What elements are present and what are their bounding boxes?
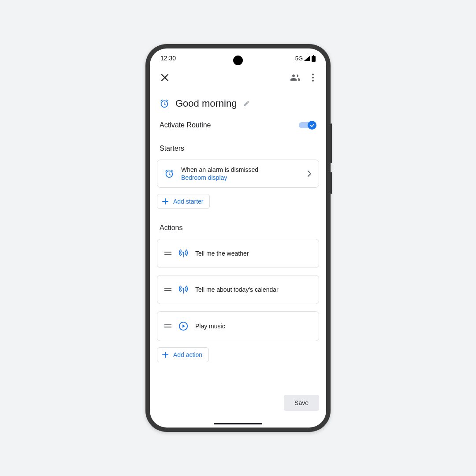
svg-rect-6: [164, 254, 171, 255]
starter-card[interactable]: When an alarm is dismissed Bedroom displ…: [157, 160, 319, 188]
plus-icon: [162, 198, 169, 205]
drag-handle-icon[interactable]: [164, 288, 171, 291]
action-card[interactable]: Tell me about today's calendar: [157, 275, 319, 304]
activate-toggle[interactable]: [299, 121, 316, 130]
alarm-icon: [164, 169, 174, 178]
plus-icon: [162, 351, 169, 358]
svg-rect-0: [312, 56, 316, 62]
power-button: [331, 172, 332, 194]
status-time: 12:30: [160, 55, 176, 62]
battery-icon: [312, 55, 316, 62]
play-icon: [178, 321, 188, 331]
volume-button: [331, 123, 332, 163]
edit-icon[interactable]: [243, 100, 250, 107]
svg-rect-13: [164, 324, 171, 325]
action-card[interactable]: Tell me the weather: [157, 239, 319, 268]
save-button[interactable]: Save: [284, 395, 319, 411]
svg-point-2: [312, 74, 314, 75]
title-row: Good morning: [157, 83, 319, 109]
action-label: Tell me the weather: [195, 250, 249, 257]
nav-indicator: [214, 423, 262, 424]
broadcast-icon: [178, 249, 188, 258]
starter-secondary-text: Bedroom display: [181, 174, 300, 181]
chevron-right-icon: [307, 171, 312, 177]
action-label: Tell me about today's calendar: [195, 286, 279, 293]
phone-screen: 12:30 5G: [150, 48, 326, 428]
status-network: 5G: [295, 55, 303, 62]
svg-rect-9: [164, 288, 171, 289]
alarm-icon: [160, 99, 169, 108]
camera-hole: [233, 56, 243, 65]
status-right: 5G: [295, 55, 316, 62]
action-label: Play music: [195, 323, 225, 330]
overflow-menu-icon[interactable]: [309, 72, 316, 83]
add-starter-label: Add starter: [173, 198, 203, 205]
drag-handle-icon[interactable]: [164, 324, 171, 328]
signal-icon: [304, 55, 311, 61]
svg-rect-10: [164, 290, 171, 291]
people-icon[interactable]: [290, 72, 301, 83]
routine-title: Good morning: [175, 98, 237, 109]
activate-row: Activate Routine: [157, 109, 319, 130]
drag-handle-icon[interactable]: [164, 252, 171, 255]
save-label: Save: [294, 399, 309, 406]
content: Good morning Activate Routine Starters: [150, 62, 326, 362]
add-action-button[interactable]: Add action: [157, 347, 209, 362]
svg-rect-1: [313, 55, 314, 56]
actions-section-label: Actions: [157, 209, 319, 232]
broadcast-icon: [178, 285, 188, 294]
close-button[interactable]: [160, 72, 170, 83]
add-action-label: Add action: [173, 351, 202, 358]
activate-label: Activate Routine: [160, 121, 211, 129]
svg-rect-5: [164, 252, 171, 253]
action-card[interactable]: Play music: [157, 311, 319, 341]
svg-point-4: [312, 80, 314, 82]
svg-point-3: [312, 77, 314, 78]
starters-section-label: Starters: [157, 130, 319, 152]
phone-frame: 12:30 5G: [145, 44, 331, 432]
add-starter-button[interactable]: Add starter: [157, 194, 210, 209]
svg-rect-14: [164, 327, 171, 327]
starter-primary-text: When an alarm is dismissed: [181, 166, 300, 173]
